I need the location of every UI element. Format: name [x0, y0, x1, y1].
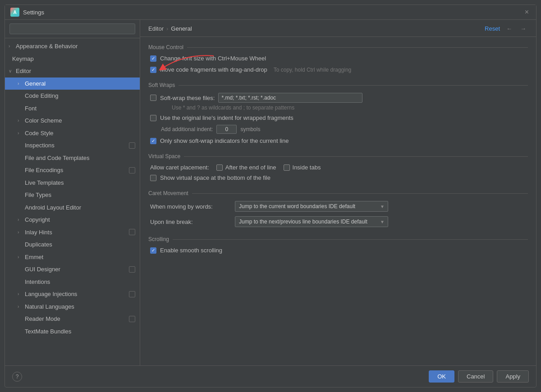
sidebar: 🔍 › Appearance & Behavior Keymap ∨ Edito… [5, 20, 140, 365]
back-arrow[interactable]: ← [504, 24, 514, 33]
sidebar-item-android-layout-editor[interactable]: Android Layout Editor [5, 201, 140, 214]
chevron-icon: › [9, 43, 14, 50]
sidebar-item-color-scheme[interactable]: › Color Scheme [5, 114, 140, 127]
sidebar-item-file-types[interactable]: File Types [5, 189, 140, 201]
sidebar-item-label: Editor [16, 67, 31, 76]
footer-left: ? [12, 372, 22, 382]
sidebar-item-label: GUI Designer [25, 265, 60, 274]
chevron-icon: › [18, 291, 23, 297]
sidebar-item-reader-mode[interactable]: Reader Mode [5, 313, 140, 325]
badge-icon [129, 167, 135, 173]
show-virtual-row: Show virtual space at the bottom of the … [148, 174, 528, 181]
sidebar-item-label: Intentions [25, 278, 50, 287]
chevron-icon: › [18, 117, 23, 124]
sidebar-item-label: Copyright [25, 215, 50, 224]
close-button[interactable]: × [523, 8, 531, 17]
sidebar-item-general[interactable]: › General [5, 77, 140, 90]
breadcrumb-separator: › [166, 25, 168, 32]
forward-arrow[interactable]: → [518, 24, 528, 33]
sidebar-item-label: Inspections [25, 141, 55, 150]
moving-words-row: When moving by words: Jump to the curren… [148, 201, 528, 212]
sidebar-item-file-code-templates[interactable]: File and Code Templates [5, 152, 140, 164]
sidebar-item-gui-designer[interactable]: GUI Designer [5, 263, 140, 276]
soft-wrap-files-checkbox[interactable] [150, 95, 156, 101]
apply-button[interactable]: Apply [497, 370, 529, 383]
badge-icon [129, 142, 135, 149]
badge-icon [129, 229, 135, 235]
sidebar-item-intentions[interactable]: Intentions [5, 276, 140, 288]
move-code-fragments-checkbox[interactable] [150, 67, 156, 73]
dialog-footer: ? OK Cancel Apply [5, 365, 536, 387]
mouse-control-options: Change font size with Ctrl+Mouse Wheel M… [148, 55, 528, 73]
sidebar-item-editor[interactable]: ∨ Editor [5, 65, 140, 77]
original-indent-checkbox[interactable] [150, 115, 156, 121]
sidebar-item-file-encodings[interactable]: File Encodings [5, 164, 140, 177]
breadcrumb-current: General [171, 25, 192, 32]
sidebar-item-label: TextMate Bundles [25, 327, 71, 336]
sidebar-item-label: Appearance & Behavior [16, 42, 78, 51]
sidebar-item-code-editing[interactable]: Code Editing [5, 90, 140, 102]
sidebar-item-inlay-hints[interactable]: › Inlay Hints [5, 226, 140, 239]
search-wrapper: 🔍 [9, 23, 135, 34]
after-end-group: After the end of line [216, 164, 276, 171]
line-break-row: Upon line break: Jump to the next/previo… [148, 216, 528, 227]
smooth-scroll-checkbox[interactable] [150, 247, 156, 254]
sidebar-item-label: Language Injections [25, 290, 77, 299]
sidebar-item-font[interactable]: Font [5, 102, 140, 115]
show-virtual-checkbox[interactable] [150, 175, 156, 181]
right-panel: Editor › General Reset ← → Mouse Control [140, 20, 536, 365]
chevron-icon: ∨ [9, 68, 14, 74]
sidebar-item-duplicates[interactable]: Duplicates [5, 238, 140, 251]
sidebar-item-label: File and Code Templates [25, 154, 90, 163]
sidebar-item-code-style[interactable]: › Code Style [5, 127, 140, 140]
sidebar-item-language-injections[interactable]: › Language Injections [5, 288, 140, 301]
soft-wraps-section: Soft Wraps Soft-wrap these files: Use * … [148, 82, 528, 144]
moving-words-select[interactable]: Jump to the current word boundaries IDE … [235, 201, 388, 212]
soft-wrap-files-row: Soft-wrap these files: [148, 93, 528, 103]
sidebar-item-label: Reader Mode [25, 315, 60, 324]
soft-wrap-hint: Use * and ? as wildcards and ; to separa… [148, 105, 528, 111]
after-end-checkbox[interactable] [216, 164, 223, 171]
ok-button[interactable]: OK [429, 370, 454, 383]
panel-body-wrapper: Mouse Control [140, 37, 536, 365]
title-bar: A Settings × [5, 5, 536, 20]
sidebar-item-emmet[interactable]: › Emmet [5, 251, 140, 264]
line-break-select[interactable]: Jump to the next/previous line boundarie… [235, 216, 388, 227]
panel-actions: Reset ← → [485, 24, 528, 33]
badge-icon [129, 291, 135, 297]
sidebar-item-label: Live Templates [25, 178, 64, 187]
search-input[interactable] [9, 23, 135, 34]
cancel-button[interactable]: Cancel [458, 370, 493, 383]
symbols-label: symbols [240, 126, 260, 132]
sidebar-item-live-templates[interactable]: Live Templates [5, 177, 140, 189]
panel-body: Mouse Control [140, 37, 536, 365]
sidebar-item-textmate-bundles[interactable]: TextMate Bundles [5, 325, 140, 338]
sidebar-item-natural-languages[interactable]: › Natural Languages [5, 301, 140, 313]
sidebar-item-inspections[interactable]: Inspections [5, 139, 140, 152]
help-button[interactable]: ? [12, 372, 22, 382]
inside-tabs-checkbox[interactable] [284, 164, 290, 171]
badge-icon [129, 266, 135, 273]
reset-link[interactable]: Reset [485, 25, 500, 32]
breadcrumb: Editor › General [148, 25, 192, 32]
caret-movement-title: Caret Movement [148, 190, 528, 196]
sidebar-item-label: Font [25, 104, 37, 113]
sidebar-item-label: Color Scheme [25, 116, 62, 125]
change-font-size-checkbox[interactable] [150, 55, 156, 62]
inside-tabs-group: Inside tabs [284, 164, 321, 171]
footer-right: OK Cancel Apply [429, 370, 529, 383]
moving-words-select-wrapper: Jump to the current word boundaries IDE … [235, 201, 388, 212]
sidebar-item-keymap[interactable]: Keymap [5, 53, 140, 65]
allow-caret-row: Allow caret placement: After the end of … [148, 164, 528, 171]
original-indent-row: Use the original line's indent for wrapp… [148, 114, 528, 121]
only-show-checkbox[interactable] [150, 138, 156, 144]
moving-words-label: When moving by words: [150, 203, 231, 210]
allow-caret-label: Allow caret placement: [150, 164, 209, 171]
soft-wrap-files-input[interactable] [218, 93, 362, 103]
add-indent-label: Add additional indent: [161, 126, 213, 132]
app-icon: A [10, 8, 19, 17]
add-indent-input[interactable] [216, 125, 237, 134]
sidebar-item-appearance[interactable]: › Appearance & Behavior [5, 40, 140, 53]
sidebar-item-copyright[interactable]: › Copyright [5, 214, 140, 226]
sidebar-item-label: File Types [25, 191, 51, 200]
